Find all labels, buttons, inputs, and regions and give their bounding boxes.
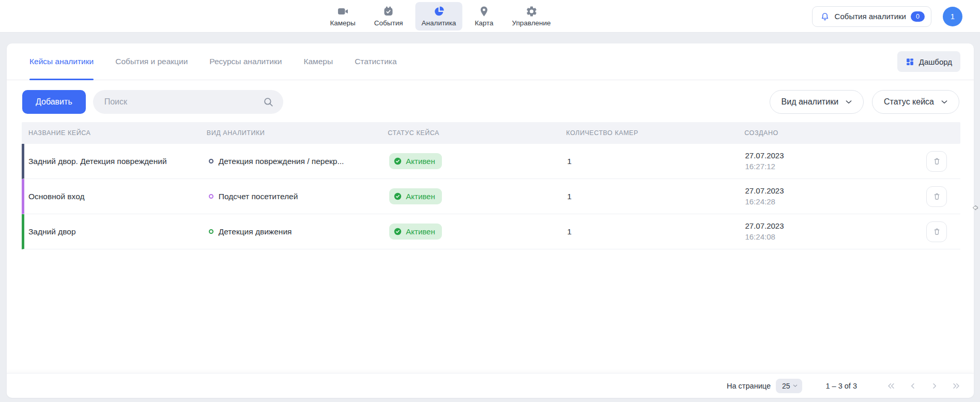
first-page-icon[interactable] [887,382,895,390]
nav-item-analytics[interactable]: Аналитика [416,2,463,31]
analytics-type-filter-label: Вид аналитики [782,97,839,107]
status-label: Активен [406,192,435,201]
col-header-case-status: СТАТУС КЕЙСА [388,129,566,137]
status-label: Активен [406,157,435,166]
analytics-type: Подсчет посетителей [219,192,298,201]
dashboard-button-label: Дашборд [919,57,952,66]
pagination-bar: На странице 25 1 – 3 of 3 [7,373,974,398]
nav-label: Камеры [330,19,355,27]
nav-item-cameras[interactable]: Камеры [324,2,361,31]
case-name: Задний двор. Детекция повреждений [24,157,209,166]
created-cell: 27.07.2023 16:27:12 [745,151,913,172]
search-box [93,90,283,114]
camera-count: 1 [567,157,745,166]
tab-analytics-resources[interactable]: Ресурсы аналитики [209,43,282,80]
nav-label: События [374,19,403,27]
tab-statistics[interactable]: Статистика [355,43,396,80]
nav-item-map[interactable]: Карта [468,2,499,31]
created-time: 16:24:08 [745,232,913,242]
chevron-down-icon [940,98,948,106]
col-header-analytics-type: ВИД АНАЛИТИКИ [207,129,388,137]
dashboard-button[interactable]: Дашборд [897,51,960,72]
analytics-events-label: События аналитики [835,12,906,21]
per-page-value: 25 [782,382,790,390]
events-calendar-icon [382,5,395,18]
analytics-type: Детекция движения [219,227,292,236]
nav-item-management[interactable]: Управление [506,2,557,31]
created-date: 27.07.2023 [745,186,913,196]
chevron-down-icon [792,383,798,389]
created-time: 16:24:28 [745,197,913,207]
delete-case-button[interactable] [926,186,947,207]
camera-count: 1 [567,227,745,236]
created-cell: 27.07.2023 16:24:28 [745,186,913,207]
table-row[interactable]: Основной вход Подсчет посетителей Активе… [22,179,960,214]
tab-events-reactions[interactable]: События и реакции [115,43,188,80]
events-count-badge: 0 [911,11,925,22]
created-cell: 27.07.2023 16:24:08 [745,221,913,242]
created-date: 27.07.2023 [745,221,913,231]
bell-icon [820,11,830,22]
check-circle-icon [393,192,402,201]
case-name: Задний двор [24,227,209,236]
table-header: НАЗВАНИЕ КЕЙСА ВИД АНАЛИТИКИ СТАТУС КЕЙС… [22,122,960,144]
pagination-arrows [887,382,960,390]
trash-icon [932,227,941,236]
table-row[interactable]: Задний двор. Детекция повреждений Детекц… [22,144,960,179]
col-header-case-name: НАЗВАНИЕ КЕЙСА [22,129,207,137]
case-status-filter-label: Статус кейса [884,97,934,107]
nav-label: Карта [474,19,493,27]
case-status-filter[interactable]: Статус кейса [872,90,959,114]
header-right: События аналитики 0 1 [812,0,962,33]
tabs: Кейсы аналитики События и реакции Ресурс… [29,43,397,80]
tabs-row: Кейсы аналитики События и реакции Ресурс… [7,43,974,80]
check-circle-icon [393,157,402,166]
analytics-type: Детекция повреждения / перекр... [219,157,344,166]
user-avatar[interactable]: 1 [943,7,962,26]
map-pin-icon [478,5,490,18]
camera-count: 1 [567,192,745,201]
created-date: 27.07.2023 [745,151,913,161]
status-badge: Активен [389,188,441,204]
nav-label: Аналитика [422,19,456,27]
delete-case-button[interactable] [926,221,947,242]
previous-page-icon[interactable] [909,382,917,390]
video-camera-icon [336,5,349,18]
tab-cameras[interactable]: Камеры [303,43,333,80]
cases-table: НАЗВАНИЕ КЕЙСА ВИД АНАЛИТИКИ СТАТУС КЕЙС… [22,122,960,373]
nav-item-events[interactable]: События [368,2,409,31]
status-badge: Активен [389,153,441,169]
dashboard-grid-icon [906,57,914,66]
pagination-range: 1 – 3 of 3 [826,382,857,390]
analytics-type-ring-icon [209,229,213,234]
case-name: Основной вход [24,192,209,201]
status-badge: Активен [389,224,441,240]
per-page-select[interactable]: 25 [776,379,802,393]
analytics-type-ring-icon [209,159,213,163]
col-header-camera-count: КОЛИЧЕСТВО КАМЕР [566,129,744,137]
analytics-type-ring-icon [209,194,213,199]
main-nav: Камеры События Аналитика Карта Управлени… [324,0,557,33]
add-case-button[interactable]: Добавить [22,90,86,114]
search-icon[interactable] [263,96,274,108]
trash-icon [932,157,941,166]
per-page-label: На странице [727,382,771,390]
last-page-icon[interactable] [952,382,960,390]
analytics-type-filter[interactable]: Вид аналитики [770,90,864,114]
gear-icon [525,5,538,18]
nav-label: Управление [512,19,551,27]
delete-case-button[interactable] [926,151,947,172]
next-page-icon[interactable] [930,382,939,390]
status-label: Активен [406,227,435,236]
tab-analytics-cases[interactable]: Кейсы аналитики [29,43,94,80]
mouse-cursor-icon [971,204,979,212]
analytics-cases-panel: Кейсы аналитики События и реакции Ресурс… [7,43,974,398]
created-time: 16:27:12 [745,161,913,172]
check-circle-icon [393,227,402,236]
chevron-down-icon [845,98,853,106]
analytics-events-button[interactable]: События аналитики 0 [812,6,931,27]
analytics-pie-icon [433,5,445,18]
search-input[interactable] [104,97,263,107]
table-row[interactable]: Задний двор Детекция движения Активен 1 … [22,214,960,249]
top-header: Камеры События Аналитика Карта Управлени… [0,0,980,33]
